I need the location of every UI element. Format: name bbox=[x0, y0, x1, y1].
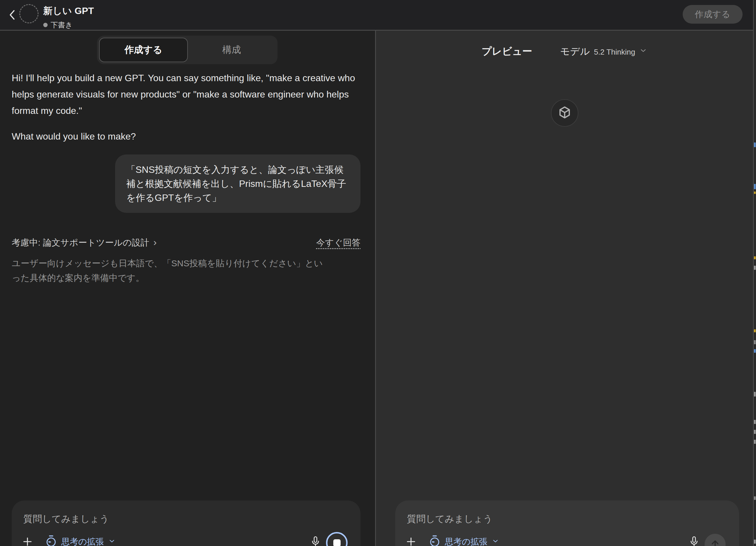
create-button[interactable]: 作成する bbox=[683, 5, 743, 24]
tab-configure[interactable]: 構成 bbox=[188, 38, 275, 62]
back-button[interactable] bbox=[6, 9, 18, 22]
user-message-bubble: 「SNS投稿の短文を入力すると、論文っぽい主張候補と根拠文献候補を出し、Pris… bbox=[115, 155, 360, 213]
attach-button[interactable] bbox=[405, 536, 417, 546]
assistant-paragraph-2: What would you like to make? bbox=[12, 128, 365, 145]
chevron-down-icon bbox=[108, 537, 116, 546]
page-title: 新しい GPT bbox=[43, 5, 94, 18]
tab-create[interactable]: 作成する bbox=[99, 38, 188, 62]
dictate-button[interactable] bbox=[310, 536, 321, 546]
answer-now-link[interactable]: 今すぐ回答 bbox=[316, 237, 360, 249]
preview-composer[interactable]: 質問してみましょう 思考の拡張 bbox=[395, 500, 739, 546]
stop-generating-button[interactable] bbox=[326, 532, 348, 546]
assistant-paragraph-1: Hi! I'll help you build a new GPT. You c… bbox=[12, 70, 365, 119]
preview-title: プレビュー bbox=[482, 45, 532, 58]
builder-tabbar: 作成する 構成 bbox=[97, 36, 278, 64]
arrow-up-icon bbox=[709, 538, 721, 546]
header: 新しい GPT 下書き 作成する bbox=[0, 0, 753, 30]
draft-status-dot bbox=[43, 23, 48, 27]
chevron-down-icon bbox=[639, 46, 647, 56]
stop-icon bbox=[333, 539, 341, 546]
thinking-status-label: 考慮中: 論文サポートツールの設計 bbox=[12, 237, 149, 249]
builder-panel: 作成する 構成 Hi! I'll help you build a new GP… bbox=[0, 31, 375, 546]
attach-button[interactable] bbox=[22, 536, 33, 546]
microphone-icon bbox=[310, 536, 321, 546]
builder-composer-placeholder: 質問してみましょう bbox=[23, 513, 109, 526]
model-selector-label: モデル bbox=[560, 45, 590, 58]
preview-gpt-avatar bbox=[551, 99, 578, 127]
thinking-status-row: 考慮中: 論文サポートツールの設計 › 今すぐ回答 bbox=[12, 237, 360, 249]
builder-composer[interactable]: 質問してみましょう 思考の拡張 bbox=[12, 500, 360, 546]
preview-composer-placeholder: 質問してみましょう bbox=[407, 513, 493, 526]
plus-icon bbox=[405, 536, 417, 546]
plus-icon bbox=[22, 536, 33, 546]
extended-thinking-label: 思考の拡張 bbox=[445, 536, 488, 546]
extended-thinking-toggle[interactable]: 思考の拡張 bbox=[45, 535, 116, 546]
preview-panel: プレビュー モデル 5.2 Thinking 質問してみましょう bbox=[376, 31, 753, 546]
title-block: 新しい GPT 下書き bbox=[43, 5, 94, 30]
dictate-button[interactable] bbox=[688, 536, 700, 546]
stopwatch-icon bbox=[45, 535, 57, 546]
preview-header: プレビュー モデル 5.2 Thinking bbox=[376, 45, 753, 58]
extended-thinking-label: 思考の拡張 bbox=[61, 536, 104, 546]
assistant-message: Hi! I'll help you build a new GPT. You c… bbox=[12, 70, 365, 145]
thinking-status-toggle[interactable]: 考慮中: 論文サポートツールの設計 › bbox=[12, 237, 157, 249]
chevron-right-icon: › bbox=[153, 237, 157, 249]
model-selector-value: 5.2 Thinking bbox=[594, 48, 635, 57]
cube-icon bbox=[557, 105, 572, 121]
back-chevron-icon bbox=[7, 9, 17, 22]
edge-window-sliver bbox=[754, 0, 756, 546]
stopwatch-icon bbox=[429, 535, 441, 546]
microphone-icon bbox=[688, 536, 700, 546]
draft-status-label: 下書き bbox=[51, 20, 73, 30]
extended-thinking-toggle[interactable]: 思考の拡張 bbox=[429, 535, 499, 546]
thinking-detail-text: ユーザー向けメッセージも日本語で、「SNS投稿を貼り付けてください」といった具体… bbox=[12, 256, 327, 285]
gpt-avatar-placeholder[interactable] bbox=[19, 4, 39, 23]
chevron-down-icon bbox=[492, 537, 499, 546]
model-selector[interactable]: モデル 5.2 Thinking bbox=[560, 45, 648, 58]
send-button[interactable] bbox=[705, 534, 726, 546]
